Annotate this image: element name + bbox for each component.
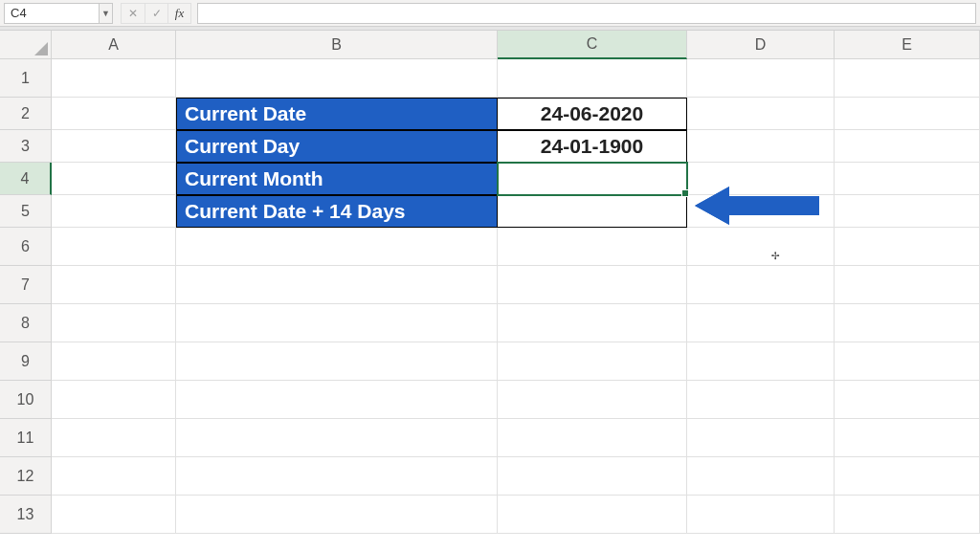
cell-A13[interactable] xyxy=(52,496,176,534)
cell-B5[interactable]: Current Date + 14 Days xyxy=(176,195,498,228)
cell-C5[interactable] xyxy=(498,195,687,228)
row-12 xyxy=(52,457,980,496)
cell-B4[interactable]: Current Month xyxy=(176,163,498,195)
cell-C1[interactable] xyxy=(498,59,687,98)
grid-body: 1 2 3 4 5 6 7 8 9 10 11 12 13 Curr xyxy=(0,59,980,534)
cell-C6[interactable] xyxy=(498,228,687,266)
cell-B1[interactable] xyxy=(176,59,498,98)
cell-A12[interactable] xyxy=(52,457,176,496)
cell-B13[interactable] xyxy=(176,496,498,534)
cell-E13[interactable] xyxy=(835,496,980,534)
cell-A6[interactable] xyxy=(52,228,176,266)
cell-B9[interactable] xyxy=(176,342,498,381)
col-head-A[interactable]: A xyxy=(52,31,176,59)
cell-C8[interactable] xyxy=(498,304,687,342)
cell-C3[interactable]: 24-01-1900 xyxy=(498,130,687,163)
cell-D11[interactable] xyxy=(687,419,835,457)
cell-C10[interactable] xyxy=(498,381,687,419)
cell-A7[interactable] xyxy=(52,266,176,304)
col-head-E[interactable]: E xyxy=(835,31,980,59)
name-box[interactable]: C4 xyxy=(4,3,100,24)
cell-E3[interactable] xyxy=(835,130,980,163)
cell-A2[interactable] xyxy=(52,98,176,130)
row-head-8[interactable]: 8 xyxy=(0,304,52,342)
cell-E10[interactable] xyxy=(835,381,980,419)
select-all-corner[interactable] xyxy=(0,31,52,59)
cell-B7[interactable] xyxy=(176,266,498,304)
cell-A8[interactable] xyxy=(52,304,176,342)
row-5: Current Date + 14 Days xyxy=(52,195,980,228)
cell-D9[interactable] xyxy=(687,342,835,381)
cell-D6[interactable] xyxy=(687,228,835,266)
row-head-12[interactable]: 12 xyxy=(0,457,52,496)
cell-E12[interactable] xyxy=(835,457,980,496)
cell-E6[interactable] xyxy=(835,228,980,266)
cell-E1[interactable] xyxy=(835,59,980,98)
cursor-icon: ✢ xyxy=(771,247,779,262)
col-head-B[interactable]: B xyxy=(176,31,498,59)
cell-C9[interactable] xyxy=(498,342,687,381)
cell-B8[interactable] xyxy=(176,304,498,342)
fx-icon[interactable]: fx xyxy=(167,4,190,23)
annotation-arrow xyxy=(695,185,819,227)
cell-E9[interactable] xyxy=(835,342,980,381)
cell-A5[interactable] xyxy=(52,195,176,228)
row-6 xyxy=(52,228,980,266)
cancel-icon[interactable]: ✕ xyxy=(122,4,145,23)
cell-B12[interactable] xyxy=(176,457,498,496)
cell-C12[interactable] xyxy=(498,457,687,496)
cell-B2[interactable]: Current Date xyxy=(176,98,498,130)
row-head-5[interactable]: 5 xyxy=(0,195,52,228)
row-head-2[interactable]: 2 xyxy=(0,98,52,130)
cell-A10[interactable] xyxy=(52,381,176,419)
cell-D3[interactable] xyxy=(687,130,835,163)
cell-C13[interactable] xyxy=(498,496,687,534)
row-head-10[interactable]: 10 xyxy=(0,381,52,419)
cell-D12[interactable] xyxy=(687,457,835,496)
cell-D1[interactable] xyxy=(687,59,835,98)
row-head-3[interactable]: 3 xyxy=(0,130,52,163)
cell-D10[interactable] xyxy=(687,381,835,419)
cell-C4[interactable] xyxy=(498,163,687,195)
cell-B11[interactable] xyxy=(176,419,498,457)
cell-D8[interactable] xyxy=(687,304,835,342)
formula-input[interactable] xyxy=(197,3,976,24)
cell-D2[interactable] xyxy=(687,98,835,130)
cell-B6[interactable] xyxy=(176,228,498,266)
cell-A9[interactable] xyxy=(52,342,176,381)
row-head-4[interactable]: 4 xyxy=(0,163,52,195)
cell-C2[interactable]: 24-06-2020 xyxy=(498,98,687,130)
row-head-13[interactable]: 13 xyxy=(0,496,52,534)
enter-icon[interactable]: ✓ xyxy=(145,4,167,23)
row-head-9[interactable]: 9 xyxy=(0,342,52,381)
cell-C7[interactable] xyxy=(498,266,687,304)
row-head-11[interactable]: 11 xyxy=(0,419,52,457)
cell-D7[interactable] xyxy=(687,266,835,304)
cell-E2[interactable] xyxy=(835,98,980,130)
row-head-1[interactable]: 1 xyxy=(0,59,52,98)
cell-C11[interactable] xyxy=(498,419,687,457)
cell-B10[interactable] xyxy=(176,381,498,419)
svg-marker-0 xyxy=(695,187,819,225)
cell-E8[interactable] xyxy=(835,304,980,342)
cell-A4[interactable] xyxy=(52,163,176,195)
row-head-6[interactable]: 6 xyxy=(0,228,52,266)
cell-E7[interactable] xyxy=(835,266,980,304)
cell-A1[interactable] xyxy=(52,59,176,98)
cell-A3[interactable] xyxy=(52,130,176,163)
col-head-C[interactable]: C xyxy=(498,31,687,59)
row-head-7[interactable]: 7 xyxy=(0,266,52,304)
row-4: Current Month xyxy=(52,163,980,195)
cell-A11[interactable] xyxy=(52,419,176,457)
cell-E5[interactable] xyxy=(835,195,980,228)
cell-E11[interactable] xyxy=(835,419,980,457)
cell-E4[interactable] xyxy=(835,163,980,195)
cell-B3[interactable]: Current Day xyxy=(176,130,498,163)
row-10 xyxy=(52,381,980,419)
row-11 xyxy=(52,419,980,457)
cells: Current Date 24-06-2020 Current Day 24-0… xyxy=(52,59,980,534)
cell-D13[interactable] xyxy=(687,496,835,534)
row-headers: 1 2 3 4 5 6 7 8 9 10 11 12 13 xyxy=(0,59,52,534)
name-box-dropdown[interactable]: ▼ xyxy=(100,3,113,24)
col-head-D[interactable]: D xyxy=(687,31,835,59)
